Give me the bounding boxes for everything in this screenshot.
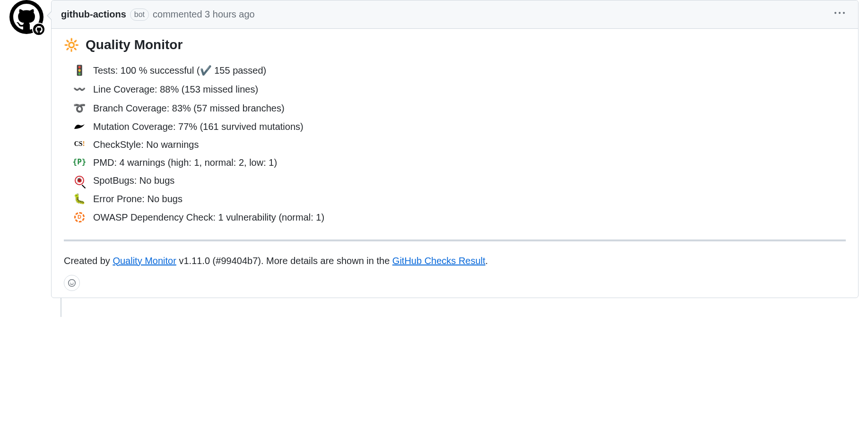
github-checks-link[interactable]: GitHub Checks Result	[392, 256, 486, 266]
metric-text: Branch Coverage: 83% (57 missed branches…	[93, 99, 285, 117]
metric-owasp: D OWASP Dependency Check: 1 vulnerabilit…	[73, 208, 846, 226]
metric-checkstyle: CS! CheckStyle: No warnings	[73, 136, 846, 154]
traffic-light-icon: 🚦	[73, 61, 86, 80]
comment-body: 🔆 Quality Monitor 🚦 Tests: 100 % success…	[52, 29, 858, 298]
metric-branch-coverage: ➰ Branch Coverage: 83% (57 missed branch…	[73, 99, 846, 118]
metric-spotbugs: SpotBugs: No bugs	[73, 171, 846, 189]
quality-monitor-link[interactable]: Quality Monitor	[113, 256, 176, 266]
author-avatar[interactable]	[9, 0, 43, 34]
metric-text: SpotBugs: No bugs	[93, 171, 174, 189]
metric-text: OWASP Dependency Check: 1 vulnerability …	[93, 208, 324, 226]
metric-text: CheckStyle: No warnings	[93, 136, 199, 154]
comment-author[interactable]: github-actions	[61, 9, 126, 20]
wave-icon: 〰️	[73, 80, 86, 99]
timeline-rail	[61, 298, 61, 317]
comment-action: commented	[153, 9, 202, 20]
avatar-app-badge	[32, 23, 45, 36]
metrics-list: 🚦 Tests: 100 % successful (✔️ 155 passed…	[64, 61, 846, 226]
checkstyle-icon: CS!	[73, 138, 86, 151]
kebab-menu-button[interactable]	[831, 6, 849, 23]
metric-tests: 🚦 Tests: 100 % successful (✔️ 155 passed…	[73, 61, 846, 80]
spotbugs-icon	[73, 176, 86, 185]
caterpillar-icon: 🐛	[73, 189, 86, 208]
metric-pmd: {P} PMD: 4 warnings (high: 1, normal: 2,…	[73, 154, 846, 171]
loop-icon: ➰	[73, 99, 86, 118]
metric-text: Line Coverage: 88% (153 missed lines)	[93, 80, 258, 98]
add-reaction-button[interactable]	[64, 275, 80, 291]
bot-badge: bot	[130, 9, 149, 21]
metric-text: Tests: 100 % successful (✔️ 155 passed)	[93, 61, 266, 79]
smiley-icon	[68, 279, 76, 287]
page-title: Quality Monitor	[86, 37, 182, 52]
owasp-dependency-check-icon: D	[73, 212, 86, 222]
metric-errorprone: 🐛 Error Prone: No bugs	[73, 189, 846, 208]
title-row: 🔆 Quality Monitor	[64, 37, 846, 52]
footer-text: Created by Quality Monitor v1.11.0 (#994…	[64, 256, 846, 266]
metric-line-coverage: 〰️ Line Coverage: 88% (153 missed lines)	[73, 80, 846, 99]
comment-header: github-actions bot commented 3 hours ago	[52, 0, 858, 29]
metric-mutation-coverage: Mutation Coverage: 77% (161 survived mut…	[73, 118, 846, 136]
sun-icon: 🔆	[64, 38, 79, 52]
svg-point-2	[73, 282, 73, 282]
svg-point-0	[69, 279, 76, 286]
metric-text: PMD: 4 warnings (high: 1, normal: 2, low…	[93, 154, 277, 171]
pitest-bird-icon	[73, 122, 86, 131]
svg-point-1	[70, 282, 71, 282]
kebab-icon	[834, 8, 845, 18]
comment-card: github-actions bot commented 3 hours ago…	[51, 0, 859, 298]
pmd-icon: {P}	[73, 155, 86, 169]
avatar-column	[9, 0, 43, 298]
github-logo-icon	[35, 26, 43, 33]
metric-text: Error Prone: No bugs	[93, 190, 182, 208]
divider	[64, 239, 846, 241]
comment-timestamp[interactable]: 3 hours ago	[205, 9, 255, 20]
metric-text: Mutation Coverage: 77% (161 survived mut…	[93, 118, 304, 136]
